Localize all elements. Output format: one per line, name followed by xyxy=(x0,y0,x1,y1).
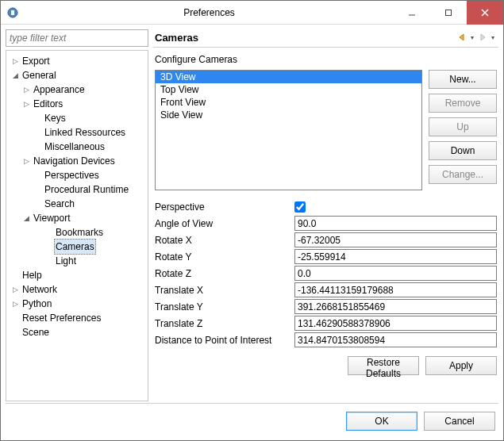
forward-dropdown-icon[interactable]: ▾ xyxy=(489,31,497,44)
tree-item-reset-preferences[interactable]: Reset Preferences xyxy=(6,311,148,325)
tree-item-perspectives[interactable]: Perspectives xyxy=(6,168,148,182)
tree-item-search[interactable]: Search xyxy=(6,197,148,211)
rotate-x-input[interactable] xyxy=(294,232,497,247)
perspective-checkbox[interactable] xyxy=(294,201,306,213)
forward-icon[interactable] xyxy=(476,31,489,44)
rotate-x-label: Rotate X xyxy=(155,235,294,246)
camera-list-item[interactable]: Side View xyxy=(156,109,421,121)
back-icon[interactable] xyxy=(456,31,468,44)
tree-item-export[interactable]: ▷Export xyxy=(6,54,148,68)
translate-y-input[interactable] xyxy=(294,299,497,314)
tree-item-procedural-runtime[interactable]: Procedural Runtime xyxy=(6,182,148,197)
translate-z-label: Translate Z xyxy=(155,318,294,329)
app-icon xyxy=(1,1,25,25)
translate-y-label: Translate Y xyxy=(155,301,294,313)
tree-item-appearance[interactable]: ▷Appearance xyxy=(6,82,148,97)
tree-item-cameras[interactable]: Cameras xyxy=(6,240,148,254)
tree-item-python[interactable]: ▷Python xyxy=(6,297,148,311)
apply-button[interactable]: Apply xyxy=(425,356,497,375)
rotate-z-label: Rotate Z xyxy=(155,268,294,279)
close-button[interactable] xyxy=(467,1,503,25)
title-bar: Preferences xyxy=(1,1,503,25)
dpoi-input[interactable] xyxy=(294,332,497,347)
remove-button[interactable]: Remove xyxy=(429,94,497,113)
filter-input[interactable] xyxy=(6,29,148,47)
page-subtitle: Configure Cameras xyxy=(153,48,498,70)
minimize-button[interactable] xyxy=(394,1,430,25)
properties-panel: Perspective Angle of View Rotate X Rotat… xyxy=(153,198,498,348)
angle-label: Angle of View xyxy=(155,218,294,229)
preferences-tree[interactable]: ▷Export ◢General ▷Appearance ▷Editors Ke… xyxy=(6,50,148,401)
rotate-z-input[interactable] xyxy=(294,266,497,281)
tree-item-keys[interactable]: Keys xyxy=(6,111,148,125)
camera-list[interactable]: 3D ViewTop ViewFront ViewSide View xyxy=(155,70,422,190)
maximize-button[interactable] xyxy=(430,1,467,25)
tree-item-bookmarks[interactable]: Bookmarks xyxy=(6,225,148,240)
new-button[interactable]: New... xyxy=(429,70,497,89)
ok-button[interactable]: OK xyxy=(346,412,417,431)
tree-item-help[interactable]: Help xyxy=(6,268,148,282)
tree-item-viewport[interactable]: ◢Viewport xyxy=(6,211,148,225)
tree-item-network[interactable]: ▷Network xyxy=(6,282,148,297)
camera-list-item[interactable]: 3D View xyxy=(156,71,421,83)
up-button[interactable]: Up xyxy=(429,117,497,136)
angle-input[interactable] xyxy=(294,216,497,231)
rotate-y-label: Rotate Y xyxy=(155,251,294,263)
change-button[interactable]: Change... xyxy=(429,165,497,184)
perspective-label: Perspective xyxy=(155,201,294,213)
back-dropdown-icon[interactable]: ▾ xyxy=(468,31,476,44)
dpoi-label: Distance to Point of Interest xyxy=(155,335,294,346)
cancel-button[interactable]: Cancel xyxy=(424,412,495,431)
tree-item-navigation-devices[interactable]: ▷Navigation Devices xyxy=(6,154,148,168)
rotate-y-input[interactable] xyxy=(294,249,497,264)
camera-list-item[interactable]: Top View xyxy=(156,83,421,96)
translate-x-input[interactable] xyxy=(294,282,497,297)
tree-item-scene[interactable]: Scene xyxy=(6,325,148,339)
translate-z-input[interactable] xyxy=(294,316,497,331)
camera-list-item[interactable]: Front View xyxy=(156,96,421,109)
window-title: Preferences xyxy=(25,7,394,18)
tree-item-linked-resources[interactable]: Linked Ressources xyxy=(6,125,148,140)
down-button[interactable]: Down xyxy=(429,141,497,160)
tree-item-light[interactable]: Light xyxy=(6,254,148,268)
page-title: Cameras xyxy=(155,32,456,44)
translate-x-label: Translate X xyxy=(155,285,294,296)
restore-defaults-button[interactable]: Restore Defaults xyxy=(348,356,419,375)
tree-item-miscellaneous[interactable]: Miscellaneous xyxy=(6,140,148,154)
tree-item-general[interactable]: ◢General xyxy=(6,68,148,82)
tree-item-editors[interactable]: ▷Editors xyxy=(6,97,148,111)
svg-rect-3 xyxy=(446,10,452,15)
svg-rect-1 xyxy=(11,10,14,15)
